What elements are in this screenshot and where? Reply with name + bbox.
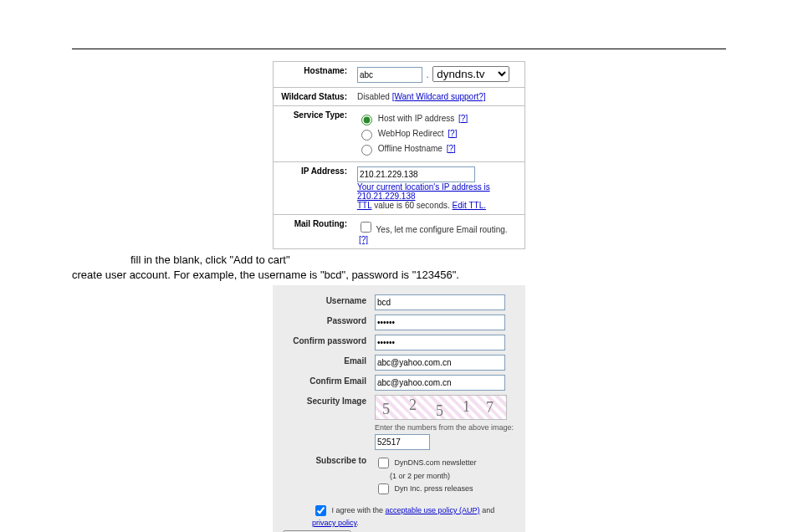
- agree-checkbox[interactable]: [315, 505, 326, 516]
- label-password: Password: [283, 315, 375, 325]
- captcha-hint: Enter the numbers from the above image:: [375, 423, 515, 432]
- service-opt-webhop: WebHop Redirect: [378, 129, 444, 138]
- label-mail: Mail Routing:: [274, 215, 353, 249]
- label-hostname: Hostname:: [274, 62, 353, 88]
- subscribe-press-checkbox[interactable]: [378, 483, 389, 494]
- username-input[interactable]: [375, 294, 505, 310]
- service-radio-webhop[interactable]: [361, 130, 372, 141]
- label-service: Service Type:: [274, 106, 353, 162]
- hostname-input[interactable]: [357, 67, 422, 83]
- agree-pre: I agree with the: [332, 506, 386, 514]
- service-opt-offline: Offline Hostname: [378, 144, 442, 153]
- service-radio-offline[interactable]: [361, 145, 372, 156]
- ttl-link[interactable]: TTL: [357, 201, 371, 210]
- subscribe-newsletter-checkbox[interactable]: [378, 458, 389, 468]
- confirm-email-input[interactable]: [375, 375, 505, 391]
- ip-hint-link[interactable]: Your current location's IP address is 21…: [357, 182, 490, 201]
- label-confirm-email: Confirm Email: [283, 375, 375, 386]
- label-confirm-password: Confirm password: [283, 335, 375, 345]
- mail-routing-checkbox[interactable]: [361, 222, 371, 233]
- label-security-image: Security Image: [283, 395, 375, 406]
- dyndns-host-panel: Hostname: . dyndns.tv Wildcard Status: D…: [273, 61, 525, 249]
- instruction-line-2: create user account. For example, the us…: [72, 268, 726, 283]
- password-input[interactable]: [375, 315, 505, 330]
- hostname-domain-select[interactable]: dyndns.tv: [432, 66, 509, 82]
- aup-link[interactable]: acceptable use policy (AUP): [386, 506, 480, 514]
- service-radio-host[interactable]: [361, 115, 372, 125]
- email-input[interactable]: [375, 355, 505, 371]
- help-host[interactable]: [?]: [458, 114, 468, 123]
- label-username: Username: [283, 294, 375, 305]
- privacy-link[interactable]: privacy policy: [312, 519, 356, 527]
- hostname-dot: .: [425, 70, 431, 79]
- label-email: Email: [283, 355, 375, 366]
- label-subscribe: Subscribe to: [283, 454, 375, 465]
- subscribe-newsletter-sub: (1 or 2 per month): [390, 472, 515, 480]
- agree-mid: and: [480, 506, 495, 514]
- subscribe-press-text: Dyn Inc. press releases: [395, 484, 473, 493]
- ip-input[interactable]: [357, 166, 475, 182]
- wildcard-status: Disabled: [357, 92, 390, 101]
- help-webhop[interactable]: [?]: [448, 129, 457, 138]
- create-account-panel: Username Password Confirm password Email…: [273, 285, 525, 532]
- wildcard-support-link[interactable]: [Want Wildcard support?]: [392, 92, 486, 101]
- captcha-image: 5 2 5 1 7: [375, 395, 507, 420]
- top-rule: [72, 49, 726, 49]
- label-ip: IP Address:: [274, 162, 353, 215]
- help-offline[interactable]: [?]: [447, 144, 456, 153]
- edit-ttl-link[interactable]: Edit TTL.: [453, 201, 486, 210]
- confirm-password-input[interactable]: [375, 335, 505, 350]
- agree-post: .: [356, 519, 359, 527]
- captcha-input[interactable]: [375, 434, 430, 450]
- help-mail[interactable]: [?]: [359, 235, 368, 244]
- instruction-line-1: fill in the blank, click "Add to cart": [72, 253, 726, 268]
- subscribe-newsletter-text: DynDNS.com newsletter: [395, 458, 477, 467]
- service-opt-host: Host with IP address: [378, 114, 455, 123]
- mail-routing-text: Yes, let me configure Email routing.: [376, 225, 508, 234]
- label-wildcard: Wildcard Status:: [274, 88, 353, 106]
- ttl-text: value is 60 seconds.: [371, 201, 452, 210]
